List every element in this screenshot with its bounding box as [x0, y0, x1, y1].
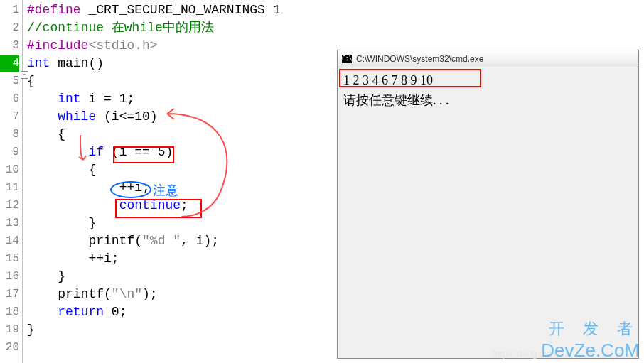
code-area[interactable]: - #define _CRT_SECURE_NO_WARNINGS 1 //co… [23, 0, 334, 363]
line-num: 12 [0, 197, 19, 215]
line-num: 20 [0, 339, 19, 357]
code-line: int main() [27, 55, 334, 72]
code-line: { [27, 161, 334, 179]
code-line: } [27, 268, 334, 286]
line-num: 17 [0, 286, 19, 303]
line-num: 16 [0, 268, 19, 286]
line-num: 6 [0, 90, 19, 108]
line-num: 14 [0, 232, 19, 250]
console-titlebar[interactable]: C:\ C:\WINDOWS\system32\cmd.exe [338, 50, 638, 67]
code-line: { [27, 126, 334, 143]
code-line: while (i<=10) [27, 108, 334, 126]
console-body[interactable]: 1 2 3 4 6 7 8 9 10 请按任意键继续. . . [338, 67, 638, 113]
code-line: //continue 在while中的用法 [27, 19, 334, 37]
code-line: continue; [27, 197, 334, 215]
line-num: 1 [0, 1, 19, 19]
console-title: C:\WINDOWS\system32\cmd.exe [356, 54, 483, 64]
line-num: 5 [0, 72, 19, 90]
line-num: 9 [0, 143, 19, 161]
code-line: #include<stdio.h> [27, 37, 334, 55]
watermark-cn: 开 发 者 [541, 318, 640, 340]
code-line: #define _CRT_SECURE_NO_WARNINGS 1 [27, 1, 334, 19]
line-num: 19 [0, 321, 19, 339]
line-num: 4 [0, 55, 19, 72]
code-line: ++i; [27, 179, 334, 197]
line-num: 18 [0, 303, 19, 321]
line-num: 10 [0, 161, 19, 179]
fold-toggle-icon[interactable]: - [21, 71, 28, 79]
line-num: 7 [0, 108, 19, 126]
cmd-icon: C:\ [342, 55, 352, 63]
watermark-en: DevZe.CoM [541, 340, 640, 361]
line-num: 15 [0, 250, 19, 268]
line-number-gutter: 1 2 3 4 5 6 7 8 9 10 11 12 13 14 15 16 1… [0, 0, 23, 363]
console-output: 1 2 3 4 6 7 8 9 10 [343, 70, 633, 90]
line-num: 8 [0, 126, 19, 143]
code-line: ++i; [27, 250, 334, 268]
code-line: if (i == 5) [27, 143, 334, 161]
code-line: printf("\n"); [27, 286, 334, 303]
line-num: 13 [0, 215, 19, 232]
line-num: 2 [0, 19, 19, 37]
code-line: int i = 1; [27, 90, 334, 108]
line-num: 11 [0, 179, 19, 197]
watermark-brand: 开 发 者 DevZe.CoM [541, 318, 640, 362]
code-line: return 0; [27, 303, 334, 321]
annotation-note-label: 注意 [153, 182, 178, 199]
code-line: { [27, 72, 334, 90]
console-prompt: 请按任意键继续. . . [343, 90, 633, 110]
code-line: } [27, 215, 334, 232]
console-window: C:\ C:\WINDOWS\system32\cmd.exe 1 2 3 4 … [337, 50, 639, 359]
code-line: } [27, 321, 334, 339]
line-num: 3 [0, 37, 19, 55]
code-line: printf("%d ", i); [27, 232, 334, 250]
